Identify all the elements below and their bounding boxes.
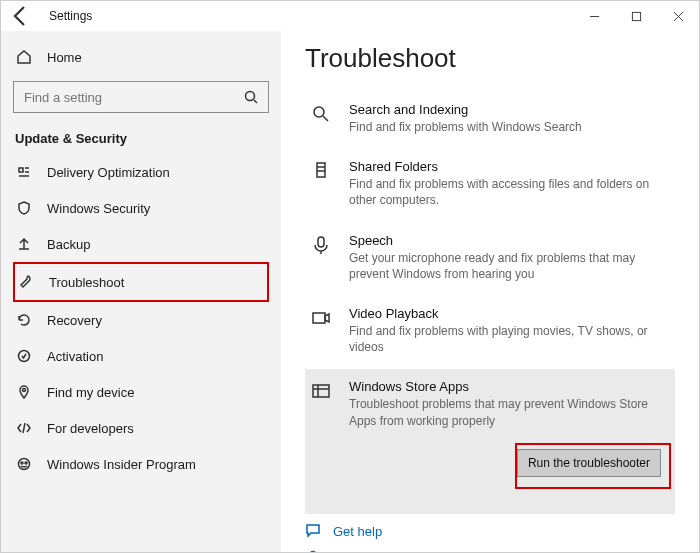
sidebar-item-label: Find my device — [47, 385, 134, 400]
microphone-icon — [309, 235, 333, 282]
svg-point-6 — [25, 462, 27, 464]
delivery-optimization-icon — [15, 163, 33, 181]
sidebar-item-label: Backup — [47, 237, 90, 252]
recovery-icon — [15, 311, 33, 329]
content: Troubleshoot Search and Indexing Find an… — [281, 31, 699, 552]
body: Home Update & Security Delivery Optimiza… — [1, 31, 699, 552]
item-desc: Get your microphone ready and fix proble… — [349, 250, 671, 282]
troubleshoot-item-shared-folders[interactable]: Shared Folders Find and fix problems wit… — [305, 149, 675, 222]
run-troubleshooter-row: Run the troubleshooter — [305, 443, 675, 514]
svg-point-4 — [19, 459, 30, 470]
troubleshoot-item-search-indexing[interactable]: Search and Indexing Find and fix problem… — [305, 92, 675, 149]
svg-point-1 — [246, 92, 255, 101]
sidebar-item-label: Recovery — [47, 313, 102, 328]
chat-icon — [305, 522, 321, 541]
window-controls — [573, 1, 699, 31]
titlebar: Settings — [1, 1, 699, 31]
wrench-icon — [17, 273, 35, 291]
item-title: Windows Store Apps — [349, 379, 671, 394]
sidebar-item-recovery[interactable]: Recovery — [13, 302, 269, 338]
sidebar-section-title: Update & Security — [15, 131, 269, 146]
sidebar-home-label: Home — [47, 50, 82, 65]
sidebar-item-label: Troubleshoot — [49, 275, 124, 290]
search-indexing-icon — [309, 104, 333, 135]
backup-icon — [15, 235, 33, 253]
sidebar-item-windows-insider[interactable]: Windows Insider Program — [13, 446, 269, 482]
close-button[interactable] — [657, 1, 699, 31]
item-title: Shared Folders — [349, 159, 671, 174]
item-desc: Find and fix problems with Windows Searc… — [349, 119, 671, 135]
svg-point-7 — [314, 107, 324, 117]
home-icon — [15, 48, 33, 66]
sidebar-item-find-my-device[interactable]: Find my device — [13, 374, 269, 410]
run-troubleshooter-highlight: Run the troubleshooter — [515, 443, 671, 489]
location-icon — [15, 383, 33, 401]
sidebar-home[interactable]: Home — [13, 39, 269, 75]
item-desc: Find and fix problems with playing movie… — [349, 323, 671, 355]
item-desc: Find and fix problems with accessing fil… — [349, 176, 671, 208]
activation-icon — [15, 347, 33, 365]
sidebar-item-label: Windows Insider Program — [47, 457, 196, 472]
svg-point-12 — [311, 551, 316, 552]
settings-window: Settings Home Update & Security Delivery… — [0, 0, 700, 553]
svg-rect-8 — [317, 163, 325, 177]
shield-icon — [15, 199, 33, 217]
get-help-link[interactable]: Get help — [333, 524, 382, 539]
troubleshoot-item-windows-store-apps[interactable]: Windows Store Apps Troubleshoot problems… — [305, 369, 675, 442]
shared-folders-icon — [309, 161, 333, 208]
sidebar-item-label: Delivery Optimization — [47, 165, 170, 180]
sidebar-item-label: Windows Security — [47, 201, 150, 216]
item-title: Speech — [349, 233, 671, 248]
give-feedback-link[interactable]: Give feedback — [333, 551, 416, 552]
run-troubleshooter-button[interactable]: Run the troubleshooter — [517, 449, 661, 477]
svg-rect-11 — [313, 385, 329, 397]
search-icon — [242, 88, 260, 106]
content-scroll[interactable]: Troubleshoot Search and Indexing Find an… — [281, 31, 699, 552]
sidebar-item-activation[interactable]: Activation — [13, 338, 269, 374]
search-input[interactable] — [22, 89, 242, 106]
sidebar-list: Delivery Optimization Windows Security B… — [13, 154, 269, 482]
item-title: Search and Indexing — [349, 102, 671, 117]
svg-point-5 — [21, 462, 23, 464]
svg-rect-9 — [318, 237, 324, 247]
video-icon — [309, 308, 333, 355]
arrow-left-icon — [9, 4, 33, 28]
get-help-row: Get help — [305, 522, 675, 541]
search-box[interactable] — [13, 81, 269, 113]
window-title: Settings — [49, 9, 92, 23]
sidebar-item-delivery-optimization[interactable]: Delivery Optimization — [13, 154, 269, 190]
troubleshoot-item-speech[interactable]: Speech Get your microphone ready and fix… — [305, 223, 675, 296]
store-apps-icon — [309, 381, 333, 428]
back-button[interactable] — [9, 4, 33, 28]
feedback-icon — [305, 549, 321, 552]
maximize-button[interactable] — [615, 1, 657, 31]
item-desc: Troubleshoot problems that may prevent W… — [349, 396, 671, 428]
svg-point-3 — [23, 389, 26, 392]
item-title: Video Playback — [349, 306, 671, 321]
sidebar-item-backup[interactable]: Backup — [13, 226, 269, 262]
sidebar-item-troubleshoot[interactable]: Troubleshoot — [13, 262, 269, 302]
developers-icon — [15, 419, 33, 437]
svg-rect-10 — [313, 313, 325, 323]
sidebar-item-label: Activation — [47, 349, 103, 364]
svg-rect-0 — [632, 12, 640, 20]
sidebar-item-for-developers[interactable]: For developers — [13, 410, 269, 446]
page-title: Troubleshoot — [305, 43, 675, 74]
sidebar: Home Update & Security Delivery Optimiza… — [1, 31, 281, 552]
troubleshoot-item-video-playback[interactable]: Video Playback Find and fix problems wit… — [305, 296, 675, 369]
insider-icon — [15, 455, 33, 473]
minimize-button[interactable] — [573, 1, 615, 31]
sidebar-item-windows-security[interactable]: Windows Security — [13, 190, 269, 226]
sidebar-item-label: For developers — [47, 421, 134, 436]
give-feedback-row: Give feedback — [305, 549, 675, 552]
